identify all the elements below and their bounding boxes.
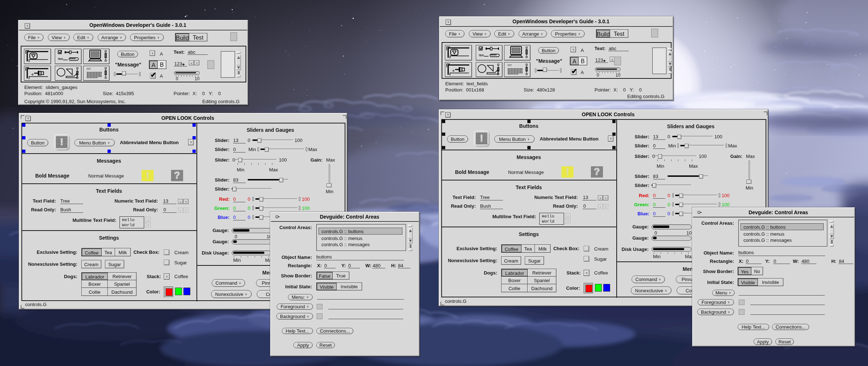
svg-text:TEX:: TEX:	[479, 54, 484, 57]
svg-text:TEX:: TEX:	[58, 58, 64, 60]
